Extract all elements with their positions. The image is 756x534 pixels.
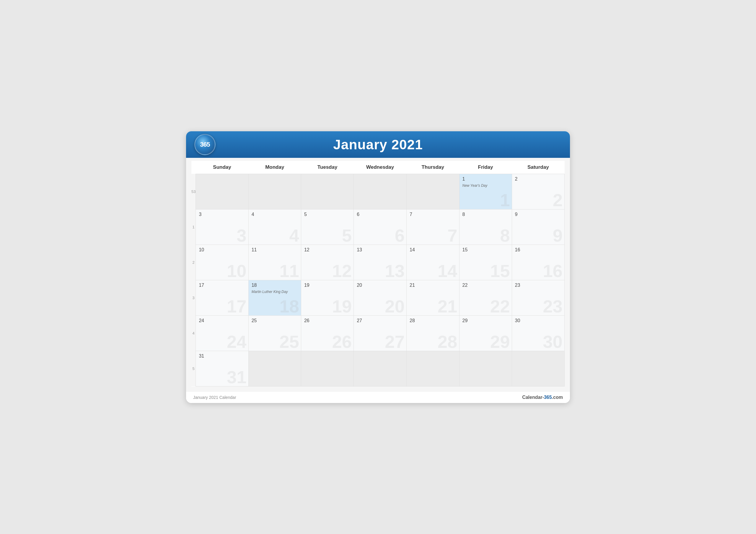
day-cell[interactable]: 1414 bbox=[407, 244, 459, 280]
day-cell[interactable]: 3030 bbox=[512, 316, 564, 351]
day-cell[interactable]: 1818Martin Luther King Day bbox=[248, 280, 301, 316]
day-cell[interactable] bbox=[512, 351, 564, 386]
footer-brand-com: .com bbox=[552, 395, 563, 400]
day-header-sunday: Sunday bbox=[196, 161, 248, 174]
day-cell[interactable]: 22 bbox=[512, 174, 564, 209]
holiday-label: Martin Luther King Day bbox=[252, 290, 298, 294]
day-header-wednesday: Wednesday bbox=[354, 161, 407, 174]
day-number: 16 bbox=[515, 247, 561, 253]
week-num-header bbox=[191, 161, 196, 174]
day-bg-number: 28 bbox=[438, 333, 457, 351]
day-bg-number: 5 bbox=[342, 227, 352, 244]
day-number: 26 bbox=[304, 318, 351, 323]
day-cell[interactable]: 2323 bbox=[512, 280, 564, 316]
day-cell[interactable]: 1010 bbox=[196, 244, 248, 280]
day-cell[interactable]: 55 bbox=[301, 209, 354, 244]
day-cell[interactable]: 1717 bbox=[196, 280, 248, 316]
day-number: 7 bbox=[410, 212, 456, 217]
day-cell[interactable]: 1313 bbox=[354, 244, 407, 280]
day-number: 21 bbox=[410, 283, 456, 288]
day-number: 31 bbox=[199, 353, 245, 359]
day-cell[interactable] bbox=[248, 174, 301, 209]
day-bg-number: 29 bbox=[490, 333, 510, 351]
day-cell[interactable]: 1111 bbox=[248, 244, 301, 280]
day-cell[interactable] bbox=[407, 351, 459, 386]
day-cell[interactable]: 44 bbox=[248, 209, 301, 244]
day-cell[interactable] bbox=[301, 351, 354, 386]
day-cell[interactable]: 2626 bbox=[301, 316, 354, 351]
day-bg-number: 30 bbox=[543, 333, 563, 351]
day-cell[interactable] bbox=[459, 351, 512, 386]
day-bg-number: 6 bbox=[395, 227, 405, 244]
calendar-footer: January 2021 Calendar Calendar-365.com bbox=[186, 392, 570, 403]
day-number: 13 bbox=[357, 247, 403, 253]
day-bg-number: 10 bbox=[227, 262, 247, 280]
day-bg-number: 27 bbox=[385, 333, 405, 351]
day-bg-number: 19 bbox=[332, 298, 352, 316]
day-number: 6 bbox=[357, 212, 403, 217]
day-bg-number: 21 bbox=[438, 298, 457, 316]
week-number: 53 bbox=[191, 174, 196, 209]
day-cell[interactable]: 1212 bbox=[301, 244, 354, 280]
day-number: 12 bbox=[304, 247, 351, 253]
calendar-title: January 2021 bbox=[333, 137, 423, 153]
day-cell[interactable]: 1515 bbox=[459, 244, 512, 280]
day-bg-number: 9 bbox=[553, 227, 563, 244]
day-cell[interactable]: 2424 bbox=[196, 316, 248, 351]
day-cell[interactable]: 3131 bbox=[196, 351, 248, 386]
day-cell[interactable]: 2020 bbox=[354, 280, 407, 316]
day-number: 24 bbox=[199, 318, 245, 323]
day-cell[interactable]: 33 bbox=[196, 209, 248, 244]
footer-brand: Calendar-365.com bbox=[522, 395, 563, 400]
day-bg-number: 8 bbox=[500, 227, 510, 244]
day-header-thursday: Thursday bbox=[407, 161, 459, 174]
day-cell[interactable]: 66 bbox=[354, 209, 407, 244]
day-number: 9 bbox=[515, 212, 561, 217]
day-number: 3 bbox=[199, 212, 245, 217]
day-cell[interactable]: 2121 bbox=[407, 280, 459, 316]
day-bg-number: 24 bbox=[227, 333, 247, 351]
day-header-monday: Monday bbox=[248, 161, 301, 174]
day-cell[interactable]: 88 bbox=[459, 209, 512, 244]
day-cell[interactable]: 2727 bbox=[354, 316, 407, 351]
day-bg-number: 11 bbox=[279, 262, 299, 280]
day-header-friday: Friday bbox=[459, 161, 512, 174]
day-cell[interactable]: 77 bbox=[407, 209, 459, 244]
day-bg-number: 16 bbox=[543, 262, 563, 280]
week-number: 5 bbox=[191, 351, 196, 386]
day-cell[interactable] bbox=[407, 174, 459, 209]
day-number: 28 bbox=[410, 318, 456, 323]
day-number: 10 bbox=[199, 247, 245, 253]
logo-text: 365 bbox=[200, 141, 210, 148]
day-bg-number: 1 bbox=[500, 191, 510, 209]
day-cell[interactable] bbox=[248, 351, 301, 386]
day-cell[interactable]: 2929 bbox=[459, 316, 512, 351]
day-header-saturday: Saturday bbox=[512, 161, 564, 174]
day-bg-number: 18 bbox=[279, 298, 299, 316]
day-number: 5 bbox=[304, 212, 351, 217]
day-number: 15 bbox=[463, 247, 509, 253]
week-number: 2 bbox=[191, 244, 196, 280]
day-cell[interactable]: 11New Year's Day bbox=[459, 174, 512, 209]
day-number: 17 bbox=[199, 283, 245, 288]
day-number: 23 bbox=[515, 283, 561, 288]
day-cell[interactable] bbox=[354, 351, 407, 386]
day-cell[interactable] bbox=[196, 174, 248, 209]
day-number: 18 bbox=[252, 283, 298, 288]
week-number: 4 bbox=[191, 316, 196, 351]
holiday-label: New Year's Day bbox=[463, 184, 509, 188]
day-header-tuesday: Tuesday bbox=[301, 161, 354, 174]
day-cell[interactable]: 2222 bbox=[459, 280, 512, 316]
day-cell[interactable] bbox=[354, 174, 407, 209]
day-number: 14 bbox=[410, 247, 456, 253]
day-number: 2 bbox=[515, 176, 561, 182]
week-number: 3 bbox=[191, 280, 196, 316]
day-cell[interactable]: 2828 bbox=[407, 316, 459, 351]
day-cell[interactable]: 1919 bbox=[301, 280, 354, 316]
day-cell[interactable] bbox=[301, 174, 354, 209]
day-cell[interactable]: 99 bbox=[512, 209, 564, 244]
day-bg-number: 20 bbox=[385, 298, 405, 316]
footer-brand-365: 365 bbox=[544, 395, 552, 400]
day-cell[interactable]: 2525 bbox=[248, 316, 301, 351]
day-cell[interactable]: 1616 bbox=[512, 244, 564, 280]
